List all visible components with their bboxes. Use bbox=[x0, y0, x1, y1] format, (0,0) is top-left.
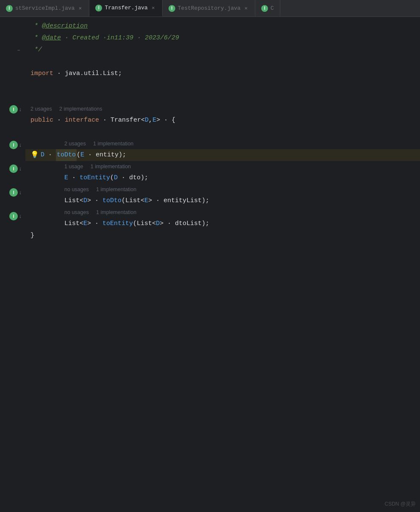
gutter-hint-toEntity bbox=[0, 151, 25, 163]
line-comment-end: */ bbox=[30, 44, 420, 56]
line-closing-brace: } bbox=[30, 230, 420, 242]
comment-end: */ bbox=[30, 44, 42, 56]
gutter-import bbox=[0, 68, 25, 80]
space-dot1: · bbox=[44, 149, 56, 161]
space-dot5: · bbox=[91, 195, 102, 207]
param-dtoList: dtoList bbox=[175, 218, 202, 230]
gutter-hint-toDtoList bbox=[0, 175, 25, 186]
paren-close4: ); bbox=[202, 218, 209, 230]
angle7: < bbox=[152, 218, 156, 230]
line-import: import · java.util.List; bbox=[30, 68, 420, 80]
generic-D1: D bbox=[83, 195, 87, 207]
tab-icon-transfer: I bbox=[95, 5, 102, 11]
fold-icon-comment[interactable]: – bbox=[17, 47, 20, 53]
paren-open1: ( bbox=[77, 149, 80, 161]
method-toDto-name: toDto bbox=[57, 151, 76, 159]
impl-arrow-toDtoList: ↓ bbox=[19, 189, 22, 196]
generic-E1: E bbox=[144, 195, 148, 207]
angle8: > bbox=[160, 218, 163, 230]
angle5: < bbox=[80, 218, 83, 230]
param-entityList: entityList bbox=[163, 195, 202, 207]
line-date: * @date · Created ·in11:39 · 2023/6/29 bbox=[30, 32, 420, 44]
kw-interface: interface bbox=[65, 114, 99, 126]
line-toDto-list: List < D > · toDto ( List < E > · entity… bbox=[30, 195, 420, 207]
punct-sp3: · bbox=[99, 114, 111, 126]
tab-label-testrepository: TestRepository.java bbox=[178, 5, 240, 11]
gutter-empty-2 bbox=[0, 80, 25, 92]
param-dto1: dto bbox=[129, 172, 141, 184]
gutter-empty-3 bbox=[0, 115, 25, 127]
hint-line-toDto: 2 usages 1 implementation bbox=[30, 138, 420, 149]
hint-line-interface: 2 usages 2 implementations bbox=[30, 103, 420, 114]
impl-arrow-toEntity: ↓ bbox=[19, 166, 22, 172]
impl-icon-toDtoList[interactable]: I bbox=[9, 188, 18, 197]
line-toDto: 💡 D · toDto ( E · entity ); bbox=[25, 149, 420, 161]
angle1: < bbox=[80, 195, 83, 207]
tab-close-transfer[interactable]: ✕ bbox=[150, 5, 156, 11]
gutter-close bbox=[0, 222, 25, 234]
punct-space1: · java.util.List; bbox=[53, 68, 122, 80]
space-dot3: · bbox=[68, 172, 80, 184]
gutter-hint-toDt bbox=[0, 127, 25, 139]
paren-close2: ); bbox=[141, 172, 148, 184]
space-dot6: · bbox=[152, 195, 163, 207]
tab-icon-testrepository: I bbox=[169, 5, 175, 12]
impl-icon-toEntity[interactable]: I bbox=[9, 164, 18, 173]
param-type-E: E bbox=[80, 149, 84, 161]
impl-icon-toDto[interactable]: I bbox=[9, 141, 18, 149]
tab-close-testrepository[interactable]: ✕ bbox=[243, 6, 249, 11]
comment-date: * @date · Created ·in11:39 · 2023/6/29 bbox=[30, 32, 179, 44]
angle6: > bbox=[87, 218, 91, 230]
kw-import: import bbox=[30, 68, 53, 80]
empty-line-2 bbox=[30, 80, 420, 92]
gutter-line-1 bbox=[0, 20, 25, 32]
gutter-toEntityList: I ↓ bbox=[0, 210, 25, 222]
paren-open2: ( bbox=[110, 172, 114, 184]
method-toDto: toDto bbox=[56, 149, 77, 161]
hint-text-toDtoList: no usages 1 implementation bbox=[64, 186, 136, 192]
gutter-interface: I ↓ bbox=[0, 103, 25, 115]
hint-line-toDtoList: no usages 1 implementation bbox=[30, 184, 420, 195]
gutter-hint1 bbox=[0, 92, 25, 103]
closing-brace: } bbox=[30, 230, 34, 242]
return-type-E1: E bbox=[64, 172, 68, 184]
empty-line-1 bbox=[30, 56, 420, 68]
bulb-icon[interactable]: 💡 bbox=[30, 149, 39, 161]
hint-line-toEntity: 1 usage 1 implementation bbox=[30, 161, 420, 172]
return-type-D: D bbox=[41, 149, 44, 161]
param-type-D1: D bbox=[114, 172, 118, 184]
punct-angle-open: < bbox=[141, 114, 145, 126]
type-E: E bbox=[152, 114, 156, 126]
punct-sp2: · bbox=[53, 114, 65, 126]
list-type-D2: List bbox=[137, 218, 152, 230]
comment-description: * @description bbox=[30, 20, 88, 32]
list-type-E2: List bbox=[64, 218, 80, 230]
generic-D2: D bbox=[156, 218, 160, 230]
line-toEntity-list: List < E > · toEntity ( List < D > · dto… bbox=[30, 218, 420, 230]
kw-public: public bbox=[30, 114, 53, 126]
impl-icon-toEntityList[interactable]: I bbox=[9, 212, 18, 220]
gutter-line-2 bbox=[0, 32, 25, 44]
impl-arrow-interface: ↓ bbox=[19, 106, 22, 113]
tab-testrepository[interactable]: I TestRepository.java ✕ bbox=[163, 0, 255, 17]
tab-transfer[interactable]: I Transfer.java ✕ bbox=[89, 0, 162, 17]
method-toEntity-list: toEntity bbox=[102, 218, 133, 230]
method-toDto-list: toDto bbox=[102, 195, 122, 207]
tab-stserviceimpl[interactable]: I stServiceImpl.java ✕ bbox=[0, 0, 89, 17]
hint-line-toEntityList: no usages 1 implementation bbox=[30, 207, 420, 218]
tab-more[interactable]: I C bbox=[255, 0, 280, 17]
gutter-toDt: I ↓ bbox=[0, 139, 25, 151]
gutter: – I ↓ I ↓ I ↓ I bbox=[0, 17, 25, 512]
tab-label-more: C bbox=[271, 5, 274, 11]
tab-bar: I stServiceImpl.java ✕ I Transfer.java ✕… bbox=[0, 0, 420, 17]
hint-text-toDto: 2 usages 1 implementation bbox=[64, 141, 133, 147]
impl-arrow-toDto: ↓ bbox=[19, 142, 22, 148]
impl-arrow-toEntityList: ↓ bbox=[19, 213, 22, 220]
line-description: * @description bbox=[30, 20, 420, 32]
param-entity: entity bbox=[96, 149, 119, 161]
tab-close-stserviceimpl[interactable]: ✕ bbox=[77, 6, 83, 11]
list-type-D: List bbox=[64, 195, 80, 207]
code-content: * @description * @date · Created ·in11:3… bbox=[25, 17, 420, 512]
impl-icon-interface[interactable]: I bbox=[9, 105, 18, 114]
list-type-E: List bbox=[125, 195, 141, 207]
